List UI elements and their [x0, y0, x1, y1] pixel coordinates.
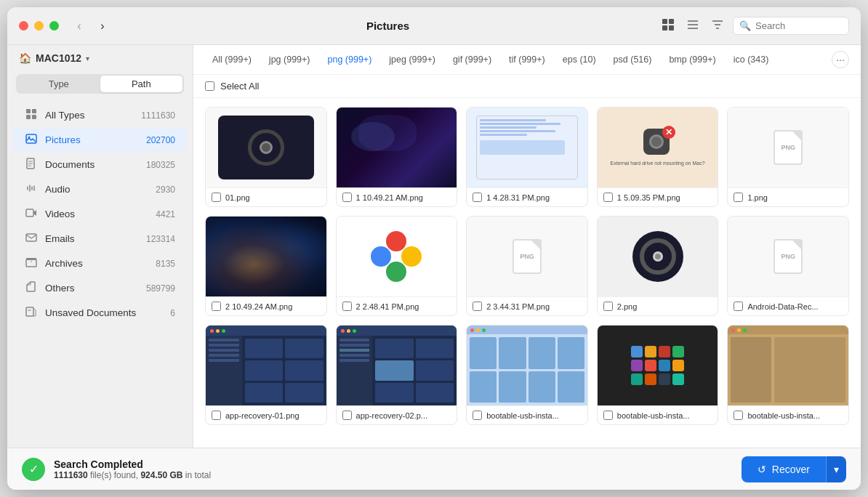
sidebar-item-documents[interactable]: Documents 180325: [13, 153, 187, 177]
thumb-12: [467, 326, 587, 405]
thumb-9: PNG: [728, 217, 848, 296]
tab-path[interactable]: Path: [100, 76, 183, 92]
grid-item-13[interactable]: bootable-usb-insta...: [597, 325, 719, 425]
traffic-lights: [19, 21, 59, 31]
item-checkbox-3[interactable]: [603, 193, 613, 202]
grid-item-12[interactable]: bootable-usb-insta...: [466, 325, 588, 425]
sidebar-item-audio[interactable]: Audio 2930: [13, 177, 187, 201]
label-9: Android-Data-Rec...: [728, 296, 848, 315]
thumb-1: [337, 108, 457, 187]
filename-13: bootable-usb-insta...: [617, 411, 712, 420]
pictures-icon: [25, 133, 38, 147]
item-checkbox-14[interactable]: [734, 411, 743, 420]
filter-bmp[interactable]: bmp (999+): [662, 52, 723, 68]
item-checkbox-7[interactable]: [473, 302, 482, 311]
filter-gif[interactable]: gif (999+): [446, 52, 499, 68]
search-icon: 🔍: [739, 20, 751, 31]
svg-rect-2: [662, 25, 667, 31]
minimize-button[interactable]: [34, 21, 44, 31]
grid-item-1[interactable]: 1 10.49.21 AM.png: [336, 107, 458, 207]
item-checkbox-10[interactable]: [212, 411, 221, 420]
item-checkbox-9[interactable]: [734, 302, 743, 311]
filename-2: 1 4.28.31 PM.png: [486, 193, 582, 202]
filter-jpg[interactable]: jpg (999+): [262, 52, 318, 68]
close-button[interactable]: [19, 21, 28, 31]
emails-icon: [25, 232, 38, 246]
more-filters-button[interactable]: ···: [832, 51, 849, 68]
pictures-label: Pictures: [45, 134, 139, 145]
emails-count: 123314: [146, 234, 175, 244]
filename-5: 2 10.49.24 AM.png: [225, 302, 321, 311]
item-checkbox-11[interactable]: [342, 411, 352, 420]
audio-icon: [25, 182, 38, 196]
grid-item-3[interactable]: ✕ External hard drive not mounting on Ma…: [597, 107, 719, 207]
grid-item-0[interactable]: 01.png: [205, 107, 327, 207]
thumb-5: [206, 217, 326, 296]
item-checkbox-1[interactable]: [342, 193, 352, 202]
forward-button[interactable]: ›: [94, 17, 111, 35]
filter-tif[interactable]: tif (999+): [502, 52, 552, 68]
filter-tabs: All (999+) jpg (999+) png (999+) jpeg (9…: [193, 45, 861, 75]
item-checkbox-4[interactable]: [734, 193, 743, 202]
grid-item-5[interactable]: 2 10.49.24 AM.png: [205, 216, 327, 316]
all-types-icon: [25, 108, 38, 122]
grid-item-2[interactable]: 1 4.28.31 PM.png: [466, 107, 588, 207]
grid-item-4[interactable]: PNG 1.png: [727, 107, 849, 207]
filter-all[interactable]: All (999+): [205, 52, 259, 68]
svg-rect-21: [26, 234, 36, 241]
filter-eps[interactable]: eps (10): [555, 52, 603, 68]
item-checkbox-12[interactable]: [473, 411, 482, 420]
select-all-checkbox[interactable]: [205, 81, 214, 91]
filter-png[interactable]: png (999+): [321, 52, 379, 68]
archives-count: 8135: [156, 259, 175, 269]
window-title: Pictures: [117, 20, 659, 32]
thumb-13: [598, 326, 718, 405]
thumb-4: PNG: [728, 108, 848, 187]
item-checkbox-6[interactable]: [342, 302, 352, 311]
filter-ico[interactable]: ico (343): [726, 52, 776, 68]
videos-icon: [25, 207, 38, 221]
all-types-label: All Types: [45, 110, 134, 121]
maximize-button[interactable]: [49, 21, 59, 31]
grid-item-8[interactable]: 2.png: [597, 216, 719, 316]
grid-item-7[interactable]: PNG 2 3.44.31 PM.png: [466, 216, 588, 316]
sidebar-item-pictures[interactable]: Pictures 202700: [13, 128, 187, 152]
svg-rect-1: [669, 19, 674, 24]
item-checkbox-8[interactable]: [603, 302, 613, 311]
grid-item-6[interactable]: 2 2.48.41 PM.png: [336, 216, 458, 316]
label-8: 2.png: [598, 296, 718, 315]
search-box: 🔍: [733, 17, 849, 35]
sidebar-item-unsaved[interactable]: Unsaved Documents 6: [13, 301, 187, 325]
sidebar-item-videos[interactable]: Videos 4421: [13, 202, 187, 226]
videos-count: 4421: [156, 209, 175, 219]
grid-item-11[interactable]: app-recovery-02.p...: [336, 325, 458, 425]
list-view-button[interactable]: [683, 15, 702, 37]
account-header[interactable]: 🏠 MAC1012 ▾: [7, 45, 193, 71]
others-icon: [25, 281, 38, 295]
item-checkbox-2[interactable]: [473, 193, 482, 202]
sidebar-item-all-types[interactable]: All Types 1111630: [13, 103, 187, 127]
search-input[interactable]: [755, 20, 843, 31]
item-checkbox-5[interactable]: [212, 302, 221, 311]
filter-psd[interactable]: psd (516): [606, 52, 659, 68]
back-button[interactable]: ‹: [71, 17, 88, 35]
svg-rect-0: [662, 19, 667, 24]
filter-jpeg[interactable]: jpeg (999+): [382, 52, 443, 68]
recover-button[interactable]: ↺ Recover: [742, 456, 826, 482]
chevron-down-icon: ▾: [86, 54, 89, 62]
titlebar: ‹ › Pictures: [7, 7, 861, 45]
grid-item-9[interactable]: PNG Android-Data-Rec...: [727, 216, 849, 316]
recover-dropdown-button[interactable]: ▾: [826, 456, 846, 482]
item-checkbox-13[interactable]: [603, 411, 613, 420]
item-checkbox-0[interactable]: [212, 193, 221, 202]
grid-item-10[interactable]: app-recovery-01.png: [205, 325, 327, 425]
grid-item-14[interactable]: bootable-usb-insta...: [727, 325, 849, 425]
tab-type[interactable]: Type: [17, 76, 100, 92]
sidebar-item-others[interactable]: Others 589799: [13, 276, 187, 300]
grid-view-button[interactable]: [659, 15, 678, 37]
svg-rect-11: [32, 109, 36, 113]
sidebar-item-archives[interactable]: Archives 8135: [13, 251, 187, 275]
sidebar-item-emails[interactable]: Emails 123314: [13, 227, 187, 251]
filter-button[interactable]: [708, 15, 727, 37]
statusbar: ✓ Search Completed 1111630 file(s) found…: [7, 448, 861, 490]
